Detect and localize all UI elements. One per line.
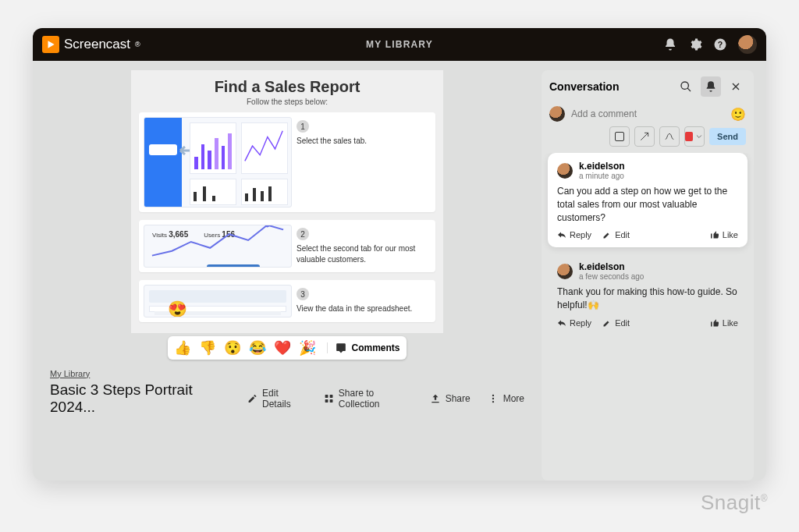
howto-document: Find a Sales Report Follow the steps bel… — [131, 70, 443, 333]
gear-icon[interactable] — [688, 37, 702, 51]
annotate-color-picker[interactable] — [684, 126, 705, 147]
svg-point-7 — [492, 394, 493, 395]
reaction-heart[interactable]: ❤️ — [274, 339, 291, 356]
brand-name: Screencast — [64, 37, 130, 52]
top-bar: Screencast® MY LIBRARY ? — [33, 28, 766, 61]
share-button[interactable]: Share — [430, 393, 471, 404]
edit-button[interactable]: Edit — [602, 230, 630, 239]
main-content: Find a Sales Report Follow the steps bel… — [45, 70, 529, 481]
step-1-number: 1 — [297, 120, 309, 133]
share-to-collection-button[interactable]: Share to Collection — [324, 388, 413, 410]
svg-point-8 — [492, 397, 493, 399]
comments-label: Comments — [351, 342, 400, 353]
search-button[interactable] — [676, 76, 696, 97]
comment-time: a few seconds ago — [579, 272, 644, 281]
reaction-laugh[interactable]: 😂 — [249, 339, 266, 356]
annotate-step-tool[interactable] — [659, 126, 680, 147]
doc-subtitle: Follow the steps below: — [139, 98, 435, 106]
step-1: 1 Select the sales tab. — [139, 112, 435, 212]
commenter-avatar — [557, 264, 573, 279]
send-button[interactable]: Send — [709, 128, 746, 145]
svg-text:?: ? — [718, 40, 723, 49]
svg-rect-3 — [325, 395, 328, 398]
current-user-avatar — [549, 106, 565, 122]
comment-time: a minute ago — [579, 172, 625, 180]
annotate-arrow-tool[interactable] — [634, 126, 655, 147]
svg-rect-6 — [329, 399, 332, 403]
comment-card[interactable]: k.eidelson a minute ago Can you add a st… — [548, 153, 748, 247]
commenter-avatar — [557, 163, 573, 179]
reaction-thumbs-down[interactable]: 👎 — [199, 339, 216, 356]
like-button[interactable]: Like — [710, 230, 738, 239]
reaction-bar: 👍 👎 😯 😂 ❤️ 🎉 Comments — [168, 336, 406, 360]
edit-details-button[interactable]: Edit Details — [247, 388, 307, 410]
brand-play-icon — [42, 36, 59, 53]
help-icon[interactable]: ? — [713, 37, 727, 51]
step-2-text: Select the second tab for our most valua… — [297, 243, 426, 264]
reply-button[interactable]: Reply — [557, 318, 591, 328]
user-avatar[interactable] — [738, 35, 757, 54]
step-2-callout: Most Valuable Customers — [207, 264, 260, 268]
reaction-party[interactable]: 🎉 — [299, 339, 316, 356]
app-window: Screencast® MY LIBRARY ? Find a Sales Re… — [33, 28, 766, 481]
step-2: Visits 3,665 Users 156 Most Valuable Cus… — [139, 220, 435, 272]
edit-button[interactable]: Edit — [602, 318, 630, 328]
add-comment-input[interactable] — [571, 108, 724, 119]
commenter-name: k.eidelson — [579, 161, 625, 172]
comment-text: Can you add a step on how we get to the … — [557, 185, 738, 224]
annotate-rect-tool[interactable] — [609, 126, 630, 147]
svg-rect-4 — [329, 395, 332, 398]
brand-reg: ® — [135, 41, 140, 48]
comment-card[interactable]: k.eidelson a few seconds ago Thank you f… — [548, 254, 748, 335]
media-title: Basic 3 Steps Portrait 2024... — [50, 381, 230, 416]
bell-icon[interactable] — [663, 37, 677, 51]
heart-eyes-emoji-icon: 😍 — [168, 300, 187, 317]
comments-button[interactable]: Comments — [327, 342, 400, 353]
breadcrumb-my-library[interactable]: My Library — [50, 369, 90, 378]
notification-toggle[interactable] — [701, 76, 721, 97]
close-panel-button[interactable] — [726, 76, 746, 97]
more-button[interactable]: More — [488, 393, 524, 404]
comment-text: Thank you for making this how-to guide. … — [557, 286, 738, 312]
reaction-surprised[interactable]: 😯 — [224, 339, 241, 356]
step-3-screenshot: 😍 — [144, 285, 292, 317]
conversation-panel: Conversation 🙂 — [542, 70, 754, 481]
step-1-text: Select the sales tab. — [297, 136, 426, 147]
nav-my-library[interactable]: MY LIBRARY — [366, 39, 433, 50]
reaction-thumbs-up[interactable]: 👍 — [174, 339, 191, 356]
conversation-title: Conversation — [549, 80, 671, 93]
svg-point-9 — [492, 400, 493, 402]
step-1-screenshot — [144, 117, 292, 207]
brand: Screencast® — [42, 36, 140, 53]
step-3: 😍 3 View the data in the spreadsheet. — [139, 280, 435, 322]
svg-rect-5 — [325, 399, 328, 403]
step-3-text: View the data in the spreadsheet. — [297, 303, 426, 314]
step-3-number: 3 — [297, 288, 309, 300]
like-button[interactable]: Like — [710, 318, 738, 328]
step-2-screenshot: Visits 3,665 Users 156 Most Valuable Cus… — [144, 225, 292, 268]
snagit-watermark: Snagit® — [701, 491, 768, 515]
reply-button[interactable]: Reply — [557, 230, 591, 239]
emoji-picker-icon[interactable]: 🙂 — [730, 107, 746, 122]
step-2-number: 2 — [297, 228, 309, 240]
commenter-name: k.eidelson — [579, 261, 644, 272]
doc-title: Find a Sales Report — [139, 78, 435, 96]
